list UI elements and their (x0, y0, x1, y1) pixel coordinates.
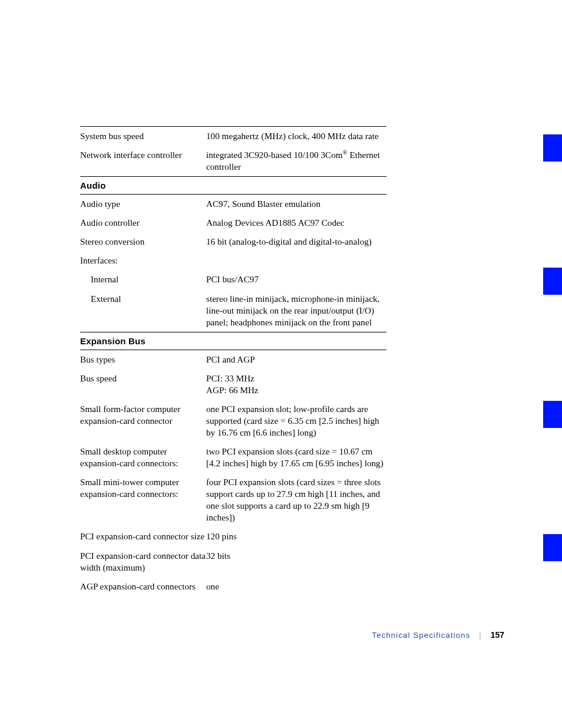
spec-value: stereo line-in minijack, microphone-in m… (206, 289, 386, 332)
spec-value: PCI bus/AC97 (206, 270, 386, 289)
spec-label: PCI expansion-card connector size (80, 527, 206, 546)
spec-value: one (206, 577, 386, 596)
table-row: PCI expansion-card connector data width … (80, 546, 386, 577)
table-row: Audio controllerAnalog Devices AD1885 AC… (80, 213, 386, 232)
section-heading-expansion-bus: Expansion Bus (80, 332, 386, 350)
table-row: Network interface controllerintegrated 3… (80, 146, 386, 176)
table-row: Small mini-tower computer expansion-card… (80, 473, 386, 527)
spec-label: Small mini-tower computer expansion-card… (80, 473, 206, 527)
footer-separator: | (473, 631, 488, 640)
spec-value: 32 bits (206, 546, 386, 577)
spec-label: External (80, 289, 206, 332)
spec-value: PCI and AGP (206, 350, 386, 369)
side-tab-1 (543, 134, 562, 162)
table-row: System bus speed100 megahertz (MHz) cloc… (80, 127, 386, 146)
page: System bus speed100 megahertz (MHz) cloc… (0, 0, 562, 728)
table-row: Stereo conversion16 bit (analog-to-digit… (80, 232, 386, 251)
spec-value: one PCI expansion slot; low-profile card… (206, 400, 386, 442)
table-row: InternalPCI bus/AC97 (80, 270, 386, 289)
spec-label: System bus speed (80, 127, 206, 146)
table-row: Small form-factor computer expansion-car… (80, 400, 386, 442)
table-row: Bus typesPCI and AGP (80, 350, 386, 369)
spec-label: Small form-factor computer expansion-car… (80, 400, 206, 442)
table-row: Interfaces: (80, 251, 386, 270)
page-footer: Technical Specifications | 157 (80, 630, 504, 640)
table-row: AGP expansion-card connectorsone (80, 577, 386, 596)
spec-value: PCI: 33 MHzAGP: 66 MHz (206, 369, 386, 400)
spec-value (206, 251, 386, 270)
section-heading-audio: Audio (80, 177, 386, 194)
content-area: System bus speed100 megahertz (MHz) cloc… (80, 126, 386, 596)
spec-label: Audio type (80, 195, 206, 213)
spec-value: AC97, Sound Blaster emulation (206, 195, 386, 213)
spec-value: 16 bit (analog-to-digital and digital-to… (206, 232, 386, 251)
spec-label: Internal (80, 270, 206, 289)
spec-label: Audio controller (80, 213, 206, 232)
spec-table-system: System bus speed100 megahertz (MHz) cloc… (80, 127, 386, 176)
spec-label: Bus types (80, 350, 206, 369)
spec-label: Small desktop computer expansion-card co… (80, 442, 206, 473)
spec-label: Network interface controller (80, 146, 206, 176)
side-tab-2 (543, 268, 562, 295)
side-tab-4 (543, 534, 562, 561)
spec-value: two PCI expansion slots (card size = 10.… (206, 442, 386, 473)
spec-label: AGP expansion-card connectors (80, 577, 206, 596)
footer-title: Technical Specifications (372, 631, 471, 640)
spec-value: four PCI expansion slots (card sizes = t… (206, 473, 386, 527)
spec-label: PCI expansion-card connector data width … (80, 546, 206, 577)
spec-value: integrated 3C920-based 10/100 3Com® Ethe… (206, 146, 386, 176)
table-row: PCI expansion-card connector size120 pin… (80, 527, 386, 546)
spec-label: Interfaces: (80, 251, 206, 270)
table-row: Audio typeAC97, Sound Blaster emulation (80, 195, 386, 213)
page-number: 157 (491, 630, 504, 640)
spec-value: 100 megahertz (MHz) clock, 400 MHz data … (206, 127, 386, 146)
spec-value: 120 pins (206, 527, 386, 546)
spec-label: Stereo conversion (80, 232, 206, 251)
spec-table-audio: Audio typeAC97, Sound Blaster emulationA… (80, 195, 386, 332)
spec-value: Analog Devices AD1885 AC97 Codec (206, 213, 386, 232)
spec-label: Bus speed (80, 369, 206, 400)
side-tab-3 (543, 401, 562, 428)
table-row: Small desktop computer expansion-card co… (80, 442, 386, 473)
table-row: Externalstereo line-in minijack, microph… (80, 289, 386, 332)
table-row: Bus speedPCI: 33 MHzAGP: 66 MHz (80, 369, 386, 400)
spec-table-expansion-bus: Bus typesPCI and AGPBus speedPCI: 33 MHz… (80, 350, 386, 596)
